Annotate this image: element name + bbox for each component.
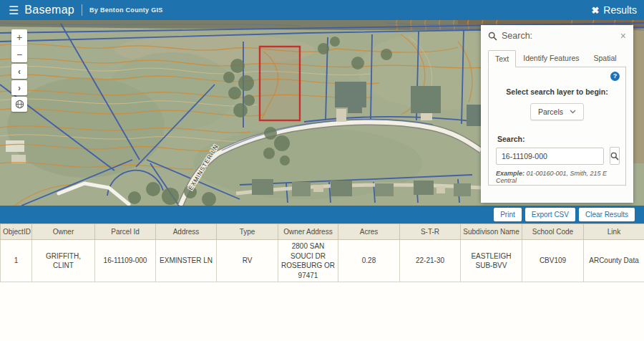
page-title: Basemap <box>24 4 74 16</box>
panel-close-icon[interactable]: × <box>620 31 626 41</box>
col-school-code: School Code <box>522 224 584 240</box>
gis-app-window: ☰ Basemap By Benton County GIS ✖ Results <box>0 0 644 341</box>
search-field-label: Search: <box>497 135 618 143</box>
cell-owner: GRIFFITH, CLINT <box>32 240 95 282</box>
cell-owner-address: 2800 SAN SOUCI DR ROSEBURG OR 97471 <box>278 240 338 282</box>
results-table: ObjectID Owner Parcel Id Address Type Ow… <box>0 224 644 282</box>
search-panel: Search: × Text Identify Features Spatial… <box>481 25 633 203</box>
previous-extent-button[interactable]: ‹ <box>11 64 27 79</box>
menu-icon[interactable]: ☰ <box>7 4 24 17</box>
export-csv-button[interactable]: Export CSV <box>525 208 575 221</box>
results-table-area: ObjectID Owner Parcel Id Address Type Ow… <box>0 224 644 341</box>
title-divider <box>82 4 82 16</box>
search-icon <box>488 32 497 41</box>
search-panel-header: Search: × <box>488 31 626 41</box>
cell-subdivison-name: EASTLEIGH SUB-BVV <box>461 240 522 282</box>
tab-spatial[interactable]: Spatial <box>586 49 623 67</box>
table-row[interactable]: 1 GRIFFITH, CLINT 16-11109-000 EXMINSTER… <box>1 240 644 282</box>
col-acres: Acres <box>338 224 400 240</box>
top-header-bar: ☰ Basemap By Benton County GIS ✖ Results <box>0 0 644 20</box>
cell-school-code: CBV109 <box>522 240 584 282</box>
col-owner-address: Owner Address <box>278 224 338 240</box>
col-s-t-r: S-T-R <box>400 224 461 240</box>
col-type: Type <box>217 224 278 240</box>
layer-prompt-label: Select search layer to begin: <box>496 87 618 96</box>
zoom-in-button[interactable]: + <box>11 29 27 46</box>
layer-dropdown[interactable]: Parcels <box>530 103 584 120</box>
search-submit-button[interactable] <box>610 147 620 165</box>
close-icon: ✖ <box>591 5 599 16</box>
search-input[interactable] <box>496 148 604 165</box>
selected-parcel-outline[interactable] <box>260 47 300 120</box>
help-icon[interactable]: ? <box>610 72 620 81</box>
tab-identify-features[interactable]: Identify Features <box>516 49 586 67</box>
tab-text[interactable]: Text <box>488 50 516 67</box>
results-toolbar: Print Export CSV Clear Results <box>0 206 644 224</box>
chevron-down-icon <box>570 110 576 114</box>
zoom-control: + − <box>11 29 27 62</box>
home-extent-button[interactable] <box>11 97 27 112</box>
example-prefix: Example: <box>496 170 525 177</box>
col-objectid: ObjectID <box>1 224 32 240</box>
col-address: Address <box>156 224 217 240</box>
table-header-row: ObjectID Owner Parcel Id Address Type Ow… <box>1 224 644 240</box>
globe-icon <box>15 100 24 109</box>
search-tab-content: ? Select search layer to begin: Parcels … <box>488 67 626 186</box>
col-parcel-id: Parcel Id <box>95 224 156 240</box>
col-link: Link <box>584 224 644 240</box>
search-icon <box>610 152 619 160</box>
cell-objectid: 1 <box>1 240 32 282</box>
arcounty-data-link[interactable]: ARCounty Data <box>584 240 644 282</box>
search-panel-title: Search: <box>502 31 532 41</box>
clear-results-button[interactable]: Clear Results <box>579 208 635 221</box>
zoom-out-button[interactable]: − <box>11 46 27 62</box>
next-extent-button[interactable]: › <box>11 80 27 95</box>
layer-dropdown-value: Parcels <box>538 107 563 116</box>
col-owner: Owner <box>32 224 95 240</box>
page-subtitle: By Benton County GIS <box>89 6 163 14</box>
cell-address: EXMINSTER LN <box>156 240 217 282</box>
search-tabs: Text Identify Features Spatial <box>488 49 626 67</box>
cell-type: RV <box>217 240 278 282</box>
results-toggle-button[interactable]: ✖ Results <box>591 4 637 16</box>
results-toggle-label: Results <box>603 4 637 16</box>
print-button[interactable]: Print <box>494 208 522 221</box>
cell-s-t-r: 22-21-30 <box>400 240 461 282</box>
col-subdivison-name: Subdivison Name <box>461 224 522 240</box>
cell-acres: 0.28 <box>338 240 400 282</box>
cell-parcel-id: 16-11109-000 <box>95 240 156 282</box>
search-example-text: Example: 01-00160-001, Smith, 215 E Cent… <box>496 170 618 184</box>
